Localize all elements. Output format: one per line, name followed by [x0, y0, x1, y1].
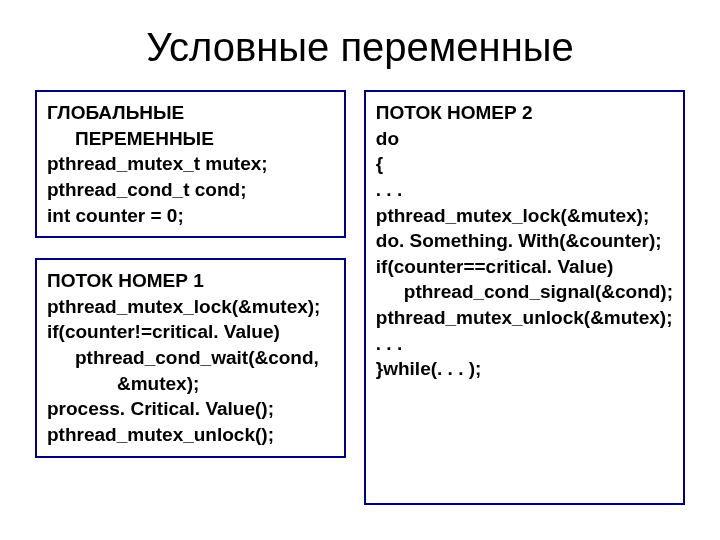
globals-line-1: pthread_mutex_t mutex;	[47, 153, 268, 174]
thread1-box: ПОТОК НОМЕР 1 pthread_mutex_lock(&mutex)…	[35, 258, 346, 457]
thread2-line-7: pthread_cond_signal(&cond);	[376, 279, 673, 305]
slide-title: Условные переменные	[35, 25, 685, 70]
thread1-line-1: pthread_mutex_lock(&mutex);	[47, 296, 320, 317]
thread2-line-10: }while(. . . );	[376, 358, 482, 379]
thread2-line-9: . . .	[376, 333, 402, 354]
globals-box: ГЛОБАЛЬНЫЕ ПЕРЕМЕННЫЕ pthread_mutex_t mu…	[35, 90, 346, 238]
thread2-line-4: pthread_mutex_lock(&mutex);	[376, 205, 649, 226]
thread1-line-3: pthread_cond_wait(&cond,	[47, 345, 334, 371]
thread1-line-2: if(counter!=critical. Value)	[47, 321, 280, 342]
globals-line-3: int counter = 0;	[47, 205, 184, 226]
thread2-line-1: do	[376, 128, 399, 149]
thread2-box: ПОТОК НОМЕР 2 do { . . . pthread_mutex_l…	[364, 90, 685, 505]
left-column: ГЛОБАЛЬНЫЕ ПЕРЕМЕННЫЕ pthread_mutex_t mu…	[35, 90, 346, 505]
thread1-line-4: &mutex);	[47, 371, 334, 397]
globals-line-2: pthread_cond_t cond;	[47, 179, 247, 200]
thread1-line-5: process. Critical. Value();	[47, 398, 274, 419]
thread2-line-5: do. Something. With(&counter);	[376, 230, 662, 251]
thread2-line-8: pthread_mutex_unlock(&mutex);	[376, 307, 673, 328]
thread1-title: ПОТОК НОМЕР 1	[47, 270, 204, 291]
thread1-line-6: pthread_mutex_unlock();	[47, 424, 274, 445]
slide: Условные переменные ГЛОБАЛЬНЫЕ ПЕРЕМЕННЫ…	[0, 0, 720, 540]
thread2-line-6: if(counter==critical. Value)	[376, 256, 614, 277]
thread2-line-2: {	[376, 153, 383, 174]
globals-heading-1: ГЛОБАЛЬНЫЕ	[47, 102, 184, 123]
columns: ГЛОБАЛЬНЫЕ ПЕРЕМЕННЫЕ pthread_mutex_t mu…	[35, 90, 685, 505]
thread2-line-3: . . .	[376, 179, 402, 200]
globals-heading-2: ПЕРЕМЕННЫЕ	[47, 126, 334, 152]
thread2-title: ПОТОК НОМЕР 2	[376, 102, 533, 123]
right-column: ПОТОК НОМЕР 2 do { . . . pthread_mutex_l…	[364, 90, 685, 505]
